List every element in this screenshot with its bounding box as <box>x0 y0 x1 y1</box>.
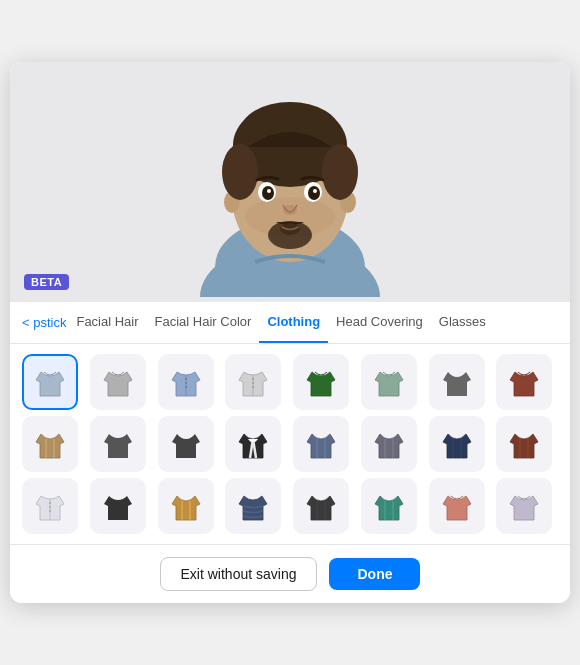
svg-point-9 <box>322 144 358 200</box>
tab-clothing[interactable]: Clothing <box>259 302 328 343</box>
svg-point-13 <box>262 186 274 200</box>
svg-point-17 <box>283 205 297 215</box>
clothing-item[interactable] <box>429 416 485 472</box>
clothing-item[interactable] <box>496 354 552 410</box>
clothing-item[interactable] <box>158 416 214 472</box>
svg-point-30 <box>49 506 51 508</box>
clothing-grid-area <box>10 344 570 544</box>
clothing-item[interactable] <box>225 478 281 534</box>
bottom-bar: Exit without saving Done <box>10 544 570 603</box>
clothing-item[interactable] <box>22 478 78 534</box>
clothing-item[interactable] <box>293 416 349 472</box>
clothing-item[interactable] <box>22 354 78 410</box>
svg-point-15 <box>267 189 271 193</box>
tab-facial-hair-color[interactable]: Facial Hair Color <box>147 302 260 343</box>
clothing-item[interactable] <box>429 354 485 410</box>
nav-tabs: < pstick Facial Hair Facial Hair Color C… <box>10 302 570 344</box>
tab-head-covering[interactable]: Head Covering <box>328 302 431 343</box>
svg-point-14 <box>308 186 320 200</box>
avatar-display <box>10 62 570 302</box>
clothing-item[interactable] <box>225 416 281 472</box>
svg-point-31 <box>49 510 51 512</box>
clothing-item[interactable] <box>22 416 78 472</box>
clothing-item[interactable] <box>90 478 146 534</box>
nav-back-button[interactable]: < pstick <box>22 315 66 330</box>
main-window: BETA < pstick Facial Hair Facial Hair Co… <box>10 62 570 603</box>
clothing-item[interactable] <box>90 416 146 472</box>
clothing-item[interactable] <box>293 478 349 534</box>
svg-point-26 <box>252 382 254 384</box>
svg-point-27 <box>252 386 254 388</box>
clothing-grid <box>22 354 558 534</box>
clothing-item[interactable] <box>293 354 349 410</box>
beta-badge: BETA <box>24 274 69 290</box>
clothing-item[interactable] <box>496 416 552 472</box>
tab-glasses[interactable]: Glasses <box>431 302 494 343</box>
svg-point-8 <box>222 144 258 200</box>
clothing-item[interactable] <box>496 478 552 534</box>
svg-point-22 <box>185 382 187 384</box>
clothing-item[interactable] <box>361 354 417 410</box>
svg-point-25 <box>252 378 254 380</box>
tab-facial-hair[interactable]: Facial Hair <box>68 302 146 343</box>
svg-point-16 <box>313 189 317 193</box>
clothing-item[interactable] <box>158 478 214 534</box>
exit-button[interactable]: Exit without saving <box>160 557 318 591</box>
svg-point-23 <box>185 386 187 388</box>
clothing-item[interactable] <box>361 416 417 472</box>
clothing-item[interactable] <box>361 478 417 534</box>
clothing-item[interactable] <box>429 478 485 534</box>
clothing-item[interactable] <box>90 354 146 410</box>
avatar-preview-area: BETA <box>10 62 570 302</box>
clothing-item[interactable] <box>225 354 281 410</box>
avatar-svg <box>160 67 420 297</box>
svg-point-29 <box>49 502 51 504</box>
done-button[interactable]: Done <box>329 558 420 590</box>
svg-point-21 <box>185 378 187 380</box>
clothing-item[interactable] <box>158 354 214 410</box>
